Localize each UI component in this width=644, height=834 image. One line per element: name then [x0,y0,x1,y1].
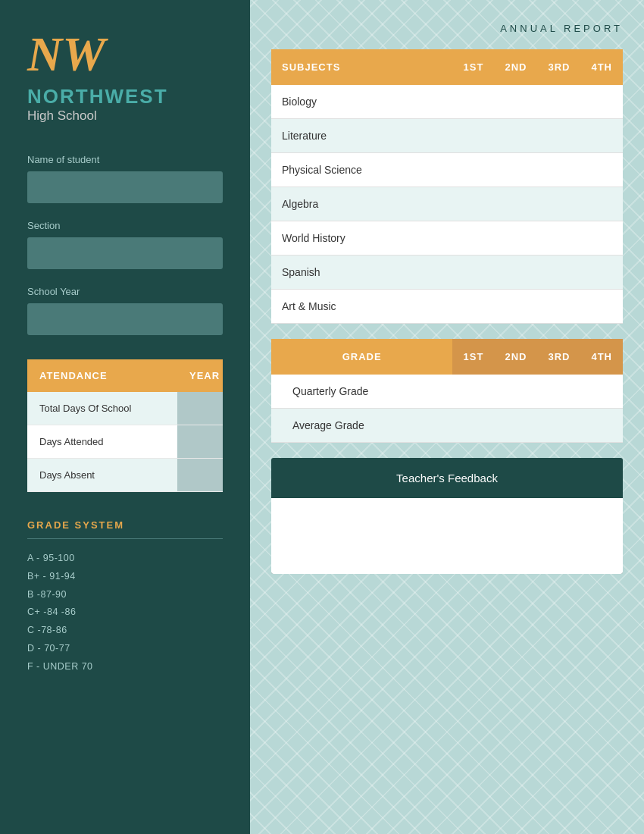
subject-row: Biology [271,85,623,119]
subject-q3-grade [537,256,580,290]
grade-row: Quarterly Grade [271,375,623,409]
grade-system-divider [27,538,223,539]
days-attended-row: Days Attended [27,425,223,459]
subjects-header-row: SUBJECTS 1st 2nd 3rd 4th [271,49,623,85]
quarter4-col-header: 4th [580,49,623,85]
subjects-col-header: SUBJECTS [271,49,453,85]
subject-name: Algebra [271,187,453,221]
days-absent-label: Days Absent [27,459,177,491]
grade-system-title: GRADE SYSTEM [27,519,223,531]
school-year-label: School Year [27,286,223,297]
subject-q3-grade [537,290,580,324]
grade-system-item: C -78-86 [27,622,223,640]
subject-q4-grade [580,221,623,256]
subject-q2-grade [494,187,537,221]
days-absent-value [177,459,223,491]
main-content: ANNUAL REPORT SUBJECTS 1st 2nd 3rd 4th B… [250,0,644,834]
subject-q3-grade [537,221,580,256]
grade-q4-value [580,409,623,443]
name-of-student-input[interactable] [27,171,223,203]
name-of-student-field-group: Name of student [27,154,223,220]
quarter1-col-header: 1st [453,49,495,85]
grade-row: Average Grade [271,409,623,443]
subject-q2-grade [494,85,537,119]
subject-q3-grade [537,187,580,221]
grade-q3-header: 3rd [537,339,580,375]
subject-q1-grade [453,290,495,324]
subject-row: Physical Science [271,153,623,187]
name-of-student-label: Name of student [27,154,223,165]
subject-q1-grade [453,119,495,153]
grade-q2-header: 2nd [494,339,537,375]
quarter3-col-header: 3rd [537,49,580,85]
section-label: Section [27,220,223,231]
subject-q4-grade [580,256,623,290]
subject-row: Algebra [271,187,623,221]
grade-q1-header: 1st [452,339,494,375]
attendance-year-label: Year [177,359,223,392]
grade-system: GRADE SYSTEM A - 95-100B+ - 91-94B -87-9… [27,519,223,676]
subject-q2-grade [494,221,537,256]
subject-q4-grade [580,119,623,153]
grade-q2-value [494,409,537,443]
subject-q3-grade [537,153,580,187]
feedback-body[interactable] [271,498,623,574]
grade-system-item: B -87-90 [27,586,223,604]
school-name-main: NORTHWEST [27,85,223,108]
subject-name: Art & Music [271,290,453,324]
grade-system-item: D - 70-77 [27,640,223,658]
total-days-value [177,392,223,425]
grade-system-item: C+ -84 -86 [27,604,223,622]
subject-q4-grade [580,187,623,221]
subject-q2-grade [494,119,537,153]
subject-q4-grade [580,290,623,324]
grade-q1-value [452,375,494,409]
total-days-label: Total Days Of School [27,392,177,425]
attendance-section: ATENDANCE Year Total Days Of School Days… [27,359,223,492]
attendance-title: ATENDANCE [27,359,177,392]
school-year-input[interactable] [27,303,223,335]
grade-col-header: GRADE [271,339,452,375]
feedback-section: Teacher's Feedback [271,458,623,574]
school-name-sub: High School [27,108,223,124]
quarter2-col-header: 2nd [494,49,537,85]
subject-row: Spanish [271,256,623,290]
subject-q1-grade [453,85,495,119]
attendance-header: ATENDANCE Year [27,359,223,392]
grade-header-row: GRADE 1st 2nd 3rd 4th [271,339,623,375]
subject-q3-grade [537,85,580,119]
grade-row-label: Quarterly Grade [271,375,452,409]
subject-q2-grade [494,153,537,187]
days-attended-value [177,425,223,458]
subject-name: Physical Science [271,153,453,187]
subjects-table: SUBJECTS 1st 2nd 3rd 4th BiologyLiteratu… [271,49,623,324]
days-attended-label: Days Attended [27,425,177,458]
subject-row: Literature [271,119,623,153]
subject-q3-grade [537,119,580,153]
subject-q2-grade [494,290,537,324]
feedback-header: Teacher's Feedback [271,458,623,498]
subject-q4-grade [580,153,623,187]
school-year-field-group: School Year [27,286,223,352]
section-input[interactable] [27,237,223,269]
subject-q1-grade [453,153,495,187]
grade-system-item: B+ - 91-94 [27,568,223,586]
grade-q3-value [537,409,580,443]
total-days-row: Total Days Of School [27,392,223,425]
subject-name: Spanish [271,256,453,290]
subject-q1-grade [453,256,495,290]
sidebar: NW NORTHWEST High School Name of student… [0,0,250,834]
grade-q4-value [580,375,623,409]
grade-q3-value [537,375,580,409]
subject-name: World History [271,221,453,256]
subject-row: Art & Music [271,290,623,324]
grade-system-item: A - 95-100 [27,550,223,568]
subject-q1-grade [453,187,495,221]
section-field-group: Section [27,220,223,286]
subject-q4-grade [580,85,623,119]
days-absent-row: Days Absent [27,459,223,492]
grade-system-item: F - UNDER 70 [27,658,223,676]
subject-q2-grade [494,256,537,290]
subject-q1-grade [453,221,495,256]
grade-q2-value [494,375,537,409]
